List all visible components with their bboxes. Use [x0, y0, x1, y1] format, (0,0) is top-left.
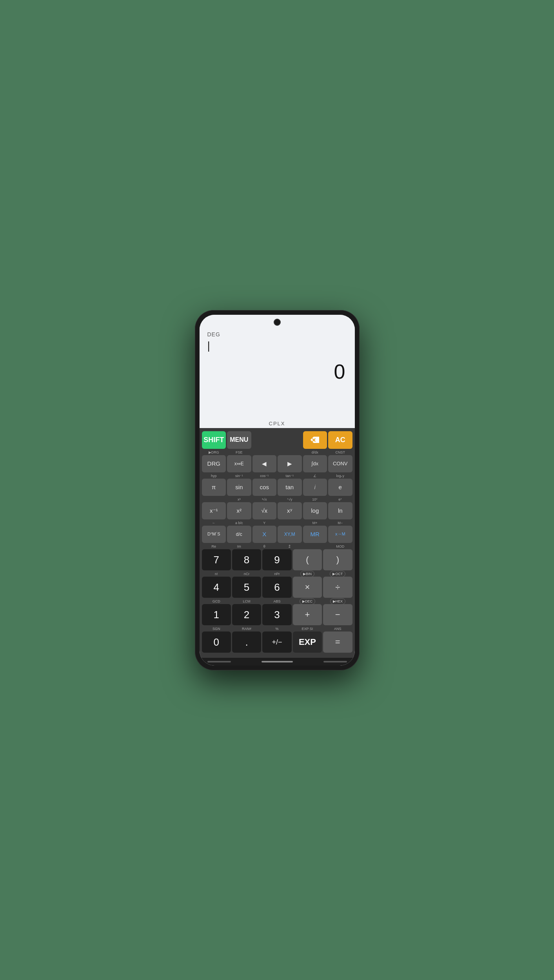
9-button[interactable]: 9: [262, 549, 291, 570]
XYM-button[interactable]: XY,M: [278, 526, 302, 543]
conv-button[interactable]: CONV: [328, 455, 352, 472]
sub-npr: nPr: [262, 572, 291, 576]
exp-button[interactable]: EXP: [293, 632, 322, 653]
sub-10x: 10ˣ: [303, 497, 327, 502]
shift-button[interactable]: SHIFT: [202, 431, 226, 449]
bottom-indicator-center: [262, 661, 293, 662]
ac-button[interactable]: AC: [328, 431, 352, 449]
left-arrow-button[interactable]: ◀: [252, 455, 277, 472]
xE-button[interactable]: x⇔E: [227, 455, 251, 472]
sub-mminus: M−: [328, 521, 352, 525]
pi-button[interactable]: π: [202, 479, 226, 496]
sub-ex: eˣ: [328, 497, 352, 502]
2-button[interactable]: 2: [232, 604, 261, 625]
menu-button[interactable]: MENU: [227, 431, 251, 449]
sub-expsi: EXP SI: [293, 626, 322, 631]
6-button[interactable]: 6: [262, 577, 291, 598]
camera-dot: [274, 319, 281, 326]
sub-drg: ▶DRG: [202, 450, 226, 455]
sub-fse: FSE: [227, 450, 251, 455]
log-button[interactable]: log: [303, 502, 327, 519]
sub-abs: ABS: [262, 599, 291, 604]
sub-re: Re: [202, 544, 226, 549]
sub-sgn: SGN: [202, 626, 231, 631]
open-paren-button[interactable]: (: [293, 549, 322, 570]
sub-cnst: CNST: [328, 450, 352, 455]
sqrt-button[interactable]: √x: [252, 502, 277, 519]
sub-oct: ▶OCT: [323, 572, 352, 576]
sub-x3: x³: [227, 497, 251, 502]
0-button[interactable]: 0: [202, 632, 231, 653]
sub-nfact: n!: [202, 572, 231, 576]
sub-ddx: d/dx: [303, 450, 327, 455]
4-button[interactable]: 4: [202, 577, 231, 598]
calculator-body: SHIFT MENU AC ▶DRG FSE d/dx CNST: [200, 428, 355, 658]
imaginary-button[interactable]: i: [303, 479, 327, 496]
plusminus-button[interactable]: +/−: [262, 632, 291, 653]
sub-empty1: [252, 450, 277, 455]
integral-button[interactable]: ∫dx: [303, 455, 327, 472]
input-cursor: |: [207, 339, 347, 352]
7-button[interactable]: 7: [202, 549, 231, 570]
sub-cbrt: ³√x: [252, 497, 277, 502]
camera-area: [200, 315, 355, 328]
btn-row-6: 4 5 6 × ÷: [202, 577, 352, 598]
spacer: [252, 431, 302, 449]
btn-row-3: x⁻¹ x² √x xʸ log ln: [202, 502, 352, 519]
sub-angle: ∠: [303, 474, 327, 478]
sub-labels-7: GCD LCM ABS ▶DEC ▶HEX: [202, 599, 352, 604]
sub-left: ←: [202, 521, 226, 525]
8-button[interactable]: 8: [232, 549, 261, 570]
sub-mplus: M+: [303, 521, 327, 525]
sub-empty4: [278, 521, 302, 525]
btn-row-1: DRG x⇔E ◀ ▶ ∫dx CONV: [202, 455, 352, 472]
btn-row-5: 7 8 9 ( ): [202, 549, 352, 570]
sub-hyp: hyp: [202, 474, 226, 478]
X-button[interactable]: X: [252, 526, 277, 543]
x-sq-button[interactable]: x²: [227, 502, 251, 519]
sub-y: Y: [252, 521, 277, 525]
mode-label: DEG: [207, 331, 347, 338]
sub-ran: RAN#: [232, 626, 261, 631]
btn-row-4: D°M´S d/c X XY,M MR x→M: [202, 526, 352, 543]
dc-button[interactable]: d/c: [227, 526, 251, 543]
bottom-indicator-left: [207, 661, 231, 662]
sub-hex: ▶HEX: [323, 599, 352, 604]
sub-bin: ▶BIN: [293, 572, 322, 576]
equals-button[interactable]: =: [323, 632, 352, 653]
sub-tan-inv: tan⁻¹: [278, 474, 302, 478]
sub-empty3: [202, 497, 226, 502]
5-button[interactable]: 5: [232, 577, 261, 598]
sub-labels-6: n! nCr nPr ▶BIN ▶OCT: [202, 572, 352, 576]
x-inv-button[interactable]: x⁻¹: [202, 502, 226, 519]
sub-labels-4: ← a b/c Y M+ M−: [202, 521, 352, 525]
e-button[interactable]: e: [328, 479, 352, 496]
ln-button[interactable]: ln: [328, 502, 352, 519]
xM-button[interactable]: x→M: [328, 526, 352, 543]
backspace-button[interactable]: [303, 431, 327, 449]
plus-button[interactable]: +: [293, 604, 322, 625]
sub-logxy: logₓy: [328, 474, 352, 478]
dms-button[interactable]: D°M´S: [202, 526, 226, 543]
sub-labels-3: x³ ³√x ˣ√y 10ˣ eˣ: [202, 497, 352, 502]
top-button-row: SHIFT MENU AC: [202, 431, 352, 449]
close-paren-button[interactable]: ): [323, 549, 352, 570]
sub-im: Im: [227, 544, 251, 549]
divide-button[interactable]: ÷: [323, 577, 352, 598]
minus-button[interactable]: −: [323, 604, 352, 625]
sub-zbar: z̄: [278, 544, 302, 549]
drg-button[interactable]: DRG: [202, 455, 226, 472]
sub-lcm: LCM: [232, 599, 261, 604]
right-arrow-button[interactable]: ▶: [278, 455, 302, 472]
mr-button[interactable]: MR: [303, 526, 327, 543]
1-button[interactable]: 1: [202, 604, 231, 625]
3-button[interactable]: 3: [262, 604, 291, 625]
sub-empty5: [303, 544, 327, 549]
decimal-button[interactable]: .: [232, 632, 261, 653]
sin-button[interactable]: sin: [227, 479, 251, 496]
cos-button[interactable]: cos: [252, 479, 277, 496]
xy-button[interactable]: xʸ: [278, 502, 302, 519]
multiply-button[interactable]: ×: [293, 577, 322, 598]
tan-button[interactable]: tan: [278, 479, 302, 496]
phone-frame: DEG | 0 CPLX SHIFT MENU AC ▶DRG: [195, 310, 360, 670]
